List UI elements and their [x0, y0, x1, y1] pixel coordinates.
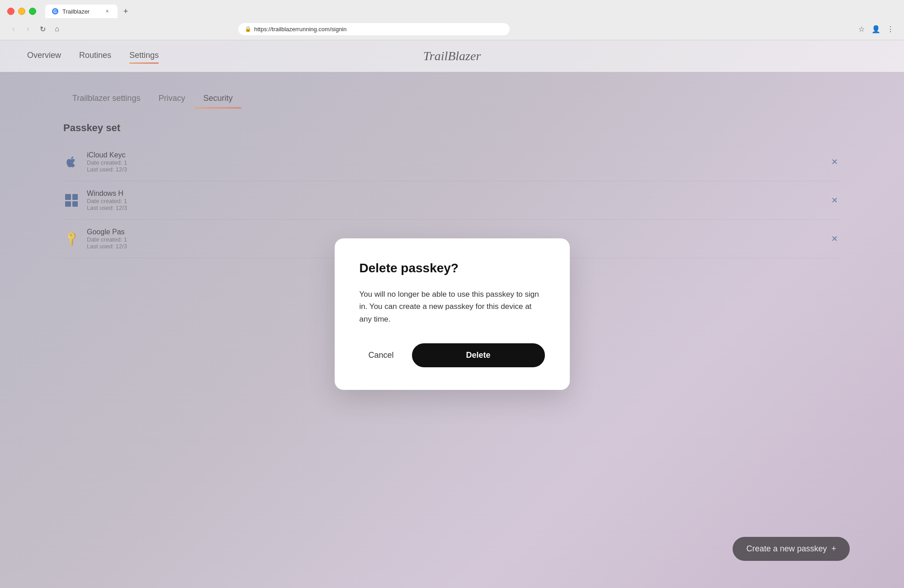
modal-actions: Cancel Delete	[360, 343, 545, 367]
bookmark-button[interactable]: ☆	[855, 23, 868, 35]
minimize-window-button[interactable]	[18, 8, 25, 15]
refresh-button[interactable]: ↻	[36, 23, 49, 35]
forward-button[interactable]: ›	[22, 23, 34, 35]
traffic-lights	[7, 8, 36, 15]
modal-delete-button[interactable]: Delete	[412, 343, 545, 367]
close-window-button[interactable]	[7, 8, 14, 15]
browser-chrome: G Trailblazer × + ‹ › ↻ ⌂ 🔒 https://trai…	[0, 0, 904, 40]
tab-close-button[interactable]: ×	[103, 7, 111, 15]
page-content: Overview Routines Settings TrailBlazer T…	[0, 40, 904, 588]
tab-title: Trailblazer	[62, 8, 90, 15]
addressbar: ‹ › ↻ ⌂ 🔒 https://trailblazerrunning.com…	[0, 21, 904, 40]
home-button[interactable]: ⌂	[51, 23, 63, 35]
browser-actions: ☆ 👤 ⋮	[855, 23, 897, 35]
profile-button[interactable]: 👤	[870, 23, 882, 35]
tab-favicon: G	[52, 8, 59, 15]
delete-passkey-modal: Delete passkey? You will no longer be ab…	[335, 238, 570, 390]
address-bar[interactable]: 🔒 https://trailblazerrunning.com/signin	[238, 23, 510, 35]
modal-cancel-button[interactable]: Cancel	[360, 345, 403, 365]
tab-bar: G Trailblazer × +	[45, 5, 897, 18]
titlebar: G Trailblazer × +	[0, 0, 904, 21]
back-button[interactable]: ‹	[7, 23, 20, 35]
browser-tab-active[interactable]: G Trailblazer ×	[45, 5, 118, 18]
url-text: https://trailblazerrunning.com/signin	[254, 26, 347, 33]
nav-buttons: ‹ › ↻ ⌂	[7, 23, 63, 35]
modal-body: You will no longer be able to use this p…	[360, 288, 545, 325]
modal-title: Delete passkey?	[360, 261, 545, 275]
lock-icon: 🔒	[245, 26, 251, 32]
maximize-window-button[interactable]	[29, 8, 36, 15]
svg-text:G: G	[53, 9, 57, 14]
menu-button[interactable]: ⋮	[884, 23, 897, 35]
new-tab-button[interactable]: +	[119, 5, 132, 18]
modal-overlay: Delete passkey? You will no longer be ab…	[0, 40, 904, 588]
